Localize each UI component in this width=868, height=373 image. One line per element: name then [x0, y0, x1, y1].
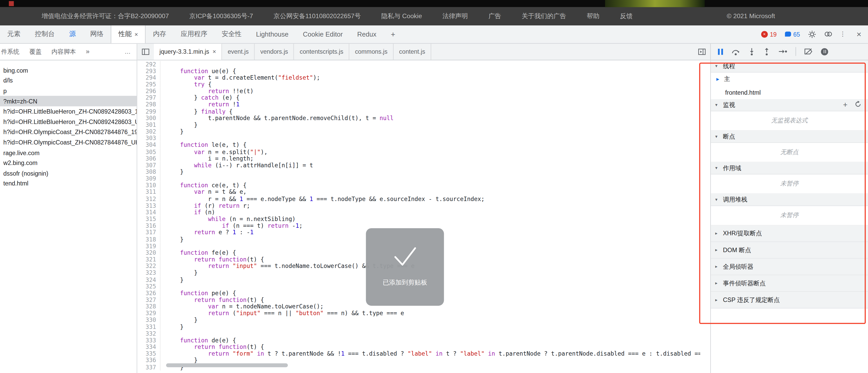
editor-tab[interactable]: event.js [222, 44, 255, 60]
main-tab-elements[interactable]: 元素 [0, 25, 28, 43]
file-tree-item[interactable]: tend.html [0, 178, 136, 189]
step-over-icon[interactable] [732, 48, 740, 55]
thread-item[interactable]: frontend.html [711, 86, 868, 99]
line-number[interactable]: 301 [137, 121, 161, 128]
line-number[interactable]: 334 [137, 343, 161, 350]
line-number[interactable]: 325 [137, 283, 161, 289]
section-header-scope[interactable]: ▾作用域 [711, 162, 868, 174]
line-number[interactable]: 300 [137, 114, 161, 121]
section-header-global-listeners[interactable]: ▸全局侦听器 [711, 258, 868, 275]
line-number[interactable]: 318 [137, 236, 161, 242]
more-tabs-chevron-icon[interactable]: » [86, 48, 89, 56]
footer-link[interactable]: 隐私与 Cookie [381, 12, 422, 20]
line-number[interactable]: 332 [137, 330, 161, 337]
section-header-dom-breakpoints[interactable]: ▸DOM 断点 [711, 242, 868, 258]
file-tree-item[interactable]: rage.live.com [0, 147, 136, 158]
editor-tab[interactable]: commons.js [349, 44, 394, 60]
line-number[interactable]: 299 [137, 108, 161, 114]
line-number[interactable]: 294 [137, 74, 161, 81]
code-editor[interactable]: 292293 function ue(e) {294 var t = d.cre… [137, 60, 710, 373]
console-error-badge[interactable]: × 19 [761, 31, 776, 38]
section-header-event-listener-breakpoints[interactable]: ▸事件侦听器断点 [711, 275, 868, 291]
section-header-xhr-breakpoints[interactable]: ▸XHR/提取断点 [711, 225, 868, 242]
main-tab-cookie-editor[interactable]: Cookie Editor [296, 25, 350, 43]
line-number[interactable]: 316 [137, 222, 161, 229]
main-tab-redux[interactable]: Redux [350, 25, 384, 43]
navigator-tab-content-scripts[interactable]: 内容脚本 [52, 48, 76, 56]
line-number[interactable]: 303 [137, 135, 161, 141]
section-header-breakpoints[interactable]: ▾断点 [711, 131, 868, 143]
line-number[interactable]: 293 [137, 67, 161, 74]
close-tab-icon[interactable]: × [213, 48, 216, 55]
line-number[interactable]: 306 [137, 155, 161, 162]
main-tab-security[interactable]: 安全性 [214, 25, 249, 43]
settings-gear-icon[interactable] [808, 30, 816, 38]
editor-tab[interactable]: content.js [394, 44, 431, 60]
line-number[interactable]: 295 [137, 81, 161, 88]
line-number[interactable]: 336 [137, 357, 161, 364]
file-tree-item[interactable]: h?id=OHR.LittleBlueHeron_ZH-CN0892428603… [0, 116, 136, 127]
file-tree-item[interactable]: p [0, 86, 136, 96]
editor-tab[interactable]: contentscripts.js [294, 44, 349, 60]
section-header-watch[interactable]: ▾监视+ [711, 99, 868, 111]
line-number[interactable]: 331 [137, 323, 161, 330]
main-tab-sources[interactable]: 源 [62, 25, 83, 43]
file-tree-item[interactable]: dssofr (nosignin) [0, 168, 136, 178]
line-number[interactable]: 322 [137, 262, 161, 269]
file-tree-item[interactable]: h?id=OHR.OlympicCoast_ZH-CN0827844876_UH [0, 137, 136, 148]
section-header-threads[interactable]: ▾线程 [711, 60, 868, 73]
section-header-csp-breakpoints[interactable]: ▸CSP 违反了规定断点 [711, 291, 868, 308]
line-number[interactable]: 333 [137, 337, 161, 343]
footer-link[interactable]: 帮助 [587, 12, 599, 20]
main-tab-performance[interactable]: 性能× [111, 25, 146, 43]
footer-link[interactable]: 关于我们的广告 [522, 12, 566, 20]
line-number[interactable]: 304 [137, 141, 161, 148]
line-number[interactable]: 310 [137, 182, 161, 189]
line-number[interactable]: 335 [137, 350, 161, 357]
file-tree-item[interactable]: ?mkt=zh-CN [0, 96, 136, 106]
file-tree-item[interactable]: d/ls [0, 76, 136, 86]
issues-badge[interactable]: 65 [785, 31, 800, 38]
main-tab-memory[interactable]: 内存 [146, 25, 174, 43]
pause-script-icon[interactable] [718, 49, 723, 55]
main-tab-lighthouse[interactable]: Lighthouse [249, 25, 296, 43]
line-number[interactable]: 302 [137, 128, 161, 135]
line-number[interactable]: 312 [137, 195, 161, 202]
deactivate-breakpoints-icon[interactable] [804, 48, 812, 55]
refresh-watch-icon[interactable] [855, 101, 862, 109]
navigator-tab-overrides[interactable]: 覆盖 [29, 48, 41, 56]
line-number[interactable]: 337 [137, 364, 161, 370]
line-number[interactable]: 308 [137, 168, 161, 175]
line-number[interactable]: 313 [137, 202, 161, 209]
navigator-menu-icon[interactable]: … [124, 48, 131, 55]
main-tab-add-panel[interactable]: + [383, 25, 402, 43]
line-number[interactable]: 311 [137, 189, 161, 195]
horizontal-scrollbar[interactable] [166, 363, 288, 367]
line-number[interactable]: 326 [137, 289, 161, 296]
line-number[interactable]: 324 [137, 276, 161, 283]
add-watch-icon[interactable]: + [843, 101, 847, 109]
extension-icon[interactable] [825, 31, 833, 37]
line-number[interactable]: 319 [137, 242, 161, 249]
file-tree-item[interactable]: w2.bing.com [0, 158, 136, 168]
line-number[interactable]: 329 [137, 310, 161, 316]
line-number[interactable]: 305 [137, 148, 161, 155]
line-number[interactable]: 330 [137, 316, 161, 323]
close-tab-icon[interactable]: × [134, 31, 138, 38]
devtools-close-icon[interactable]: × [857, 29, 862, 39]
file-tree-item[interactable]: bing.com [0, 65, 136, 76]
line-number[interactable]: 296 [137, 88, 161, 94]
line-number[interactable]: 328 [137, 303, 161, 310]
line-number[interactable]: 292 [137, 61, 161, 67]
toggle-navigator-icon[interactable] [137, 44, 154, 60]
footer-link[interactable]: 广告 [489, 12, 501, 20]
toggle-debugger-sidebar-icon[interactable] [693, 44, 710, 60]
main-tab-network[interactable]: 网络 [83, 25, 111, 43]
line-number[interactable]: 307 [137, 162, 161, 168]
navigator-tab-filesystem[interactable]: 件系统 [1, 48, 19, 56]
main-tab-application[interactable]: 应用程序 [174, 25, 214, 43]
section-header-call-stack[interactable]: ▾调用堆栈 [711, 194, 868, 206]
thread-item[interactable]: ▶主 [711, 73, 868, 86]
line-number[interactable]: 327 [137, 296, 161, 303]
line-number[interactable]: 297 [137, 94, 161, 101]
